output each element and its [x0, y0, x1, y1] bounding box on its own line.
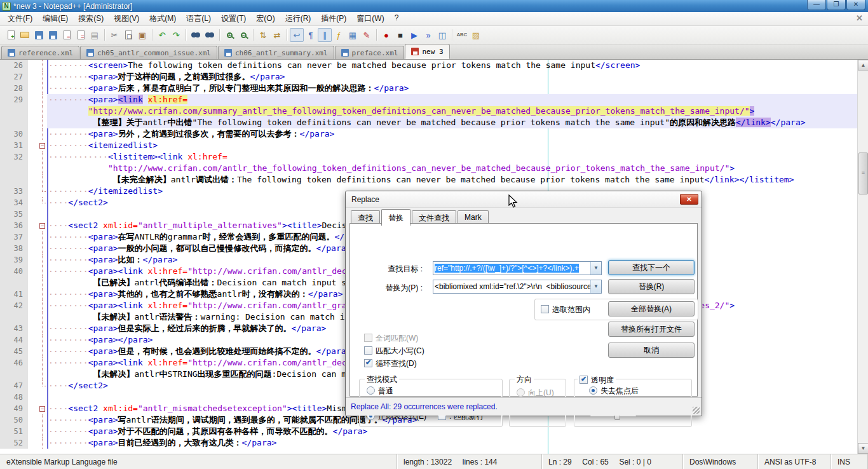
macro-save-icon[interactable]: ◫: [435, 28, 449, 42]
menu-item-1[interactable]: 编辑(E): [37, 12, 73, 25]
fold-margin[interactable]: [37, 163, 47, 174]
editor-line-28[interactable]: 28········<para>后来，算是有点明白了，所以专门整理出来其原因和一…: [0, 83, 857, 94]
menu-item-3[interactable]: 视图(V): [109, 12, 144, 25]
doc-monitor-icon[interactable]: ▨: [469, 28, 483, 42]
menu-item-7[interactable]: 宏(O): [251, 12, 280, 25]
fold-margin[interactable]: [37, 323, 47, 334]
menu-item-8[interactable]: 运行(R): [280, 12, 316, 25]
editor-line-29[interactable]: 29········<para><link xl:href=: [0, 94, 857, 105]
menu-item-10[interactable]: 窗口(W): [351, 12, 389, 25]
file-tab-ch06_antlr_summary.xml[interactable]: ch06_antlr_summary.xml: [218, 46, 334, 59]
menu-close-icon[interactable]: ✕: [856, 13, 863, 23]
new-file-icon[interactable]: +: [4, 28, 18, 42]
fold-margin[interactable]: [37, 174, 47, 186]
cut-icon[interactable]: ✂: [107, 28, 121, 42]
cancel-button[interactable]: 取消: [608, 343, 695, 358]
function-list-icon[interactable]: ƒ: [332, 28, 346, 42]
fold-margin[interactable]: [37, 437, 47, 449]
menu-item-2[interactable]: 搜索(S): [73, 12, 109, 25]
file-tab-new-3[interactable]: new 3: [405, 44, 449, 59]
fold-margin[interactable]: [37, 151, 47, 163]
tab-replace[interactable]: 替换: [381, 209, 410, 226]
sync-vertical-icon[interactable]: ⇅: [256, 28, 270, 42]
replace-all-button[interactable]: 全部替换(A): [608, 301, 695, 316]
title-bar[interactable]: N *new 3 - Notepad++ [Administrator] — ❐…: [0, 0, 868, 12]
fold-margin[interactable]: [37, 414, 47, 426]
fold-margin[interactable]: [37, 346, 47, 357]
menu-item-11[interactable]: ?: [390, 12, 404, 25]
transparency-checkbox[interactable]: 透明度: [578, 375, 616, 386]
status-encoding[interactable]: ANSI as UTF-8: [758, 454, 831, 469]
menu-item-4[interactable]: 格式(M): [144, 12, 181, 25]
close-all-icon[interactable]: =: [74, 28, 88, 42]
save-file-icon[interactable]: [32, 28, 46, 42]
in-selection-checkbox[interactable]: 选取范围内: [541, 304, 590, 315]
fold-margin[interactable]: [37, 357, 47, 369]
editor-line-wrap[interactable]: "http://www.crifan.com/summary_antlr_the…: [0, 105, 857, 117]
fold-margin[interactable]: [37, 83, 47, 94]
replace-with-combobox[interactable]: <bibliomixed xml:id="ref.\2">\r\n <bibli…: [433, 280, 602, 294]
edit-marker-icon[interactable]: ✎: [360, 28, 374, 42]
status-insert-mode[interactable]: INS: [831, 454, 868, 469]
macro-stop-icon[interactable]: ■: [393, 28, 407, 42]
redo-icon[interactable]: ↷: [169, 28, 183, 42]
fold-margin[interactable]: [37, 117, 47, 128]
scroll-up-icon[interactable]: ▲: [858, 60, 868, 71]
fold-margin[interactable]: [37, 391, 47, 403]
transparency-on-lose-focus-radio[interactable]: 失去焦点后: [589, 386, 639, 397]
save-all-icon[interactable]: [46, 28, 60, 42]
paste-icon[interactable]: ▣: [135, 28, 149, 42]
sync-horizontal-icon[interactable]: ⇄: [270, 28, 284, 42]
find-icon[interactable]: [189, 28, 203, 42]
fold-margin[interactable]: [37, 231, 47, 243]
editor-line-30[interactable]: 30········<para>另外，之前遇到过很多次，有需要的可以去参考：</…: [0, 128, 857, 140]
resize-grip[interactable]: [693, 407, 700, 414]
find-what-combobox[interactable]: ref="http://.+?/([\w_]+)/?">[^<>]+?</lin…: [433, 261, 602, 275]
find-replace-icon[interactable]: [203, 28, 217, 42]
macro-play-icon[interactable]: ▶: [407, 28, 421, 42]
scrollbar-thumb[interactable]: [858, 153, 868, 194]
replace-all-open-docs-button[interactable]: 替换所有打开文件: [608, 322, 695, 337]
menu-item-0[interactable]: 文件(F): [3, 12, 37, 25]
close-file-icon[interactable]: −: [60, 28, 74, 42]
vertical-scrollbar[interactable]: ▲ ▼: [857, 60, 868, 454]
macro-run-multiple-icon[interactable]: »: [421, 28, 435, 42]
zoom-in-icon[interactable]: +: [222, 28, 236, 42]
open-file-icon[interactable]: [18, 28, 32, 42]
copy-icon[interactable]: ❏: [121, 28, 135, 42]
file-tab-reference.xml[interactable]: reference.xml: [1, 46, 79, 59]
show-indent-guide-icon[interactable]: ∥: [318, 28, 332, 42]
zoom-out-icon[interactable]: −: [236, 28, 250, 42]
editor-line-wrap[interactable]: 【整理】关于antlr中出错"The following token defin…: [0, 117, 857, 128]
macro-record-icon[interactable]: ●: [379, 28, 393, 42]
fold-margin[interactable]: [37, 60, 47, 71]
replace-dialog-title[interactable]: Replace: [346, 191, 702, 208]
match-case-checkbox[interactable]: 匹配大小写(C): [364, 346, 424, 357]
editor-line-27[interactable]: 27········<para>对于这样的问题，之前遇到过很多。</para>: [0, 71, 857, 83]
restore-button[interactable]: ❐: [827, 0, 846, 10]
word-wrap-icon[interactable]: ↩: [290, 28, 304, 42]
fold-margin[interactable]: −: [37, 140, 47, 151]
replace-button[interactable]: 替换(R): [608, 279, 695, 294]
combo-dropdown-icon[interactable]: ▼: [590, 280, 601, 293]
menu-item-6[interactable]: 设置(T): [216, 12, 251, 25]
menu-item-5[interactable]: 语言(L): [181, 12, 216, 25]
fold-margin[interactable]: [37, 186, 47, 197]
fold-margin[interactable]: [37, 289, 47, 300]
scroll-down-icon[interactable]: ▼: [858, 443, 868, 454]
fold-margin[interactable]: [37, 71, 47, 83]
file-tab-preface.xml[interactable]: preface.xml: [335, 46, 405, 59]
fold-margin[interactable]: [37, 128, 47, 140]
editor-line-52[interactable]: 52········<para>目前已经遇到的，大致有这几类：</para>: [0, 437, 857, 449]
show-all-characters-icon[interactable]: ¶: [304, 28, 318, 42]
fold-margin[interactable]: [37, 380, 47, 391]
fold-margin[interactable]: −: [37, 220, 47, 231]
fold-margin[interactable]: [37, 254, 47, 266]
editor-line-wrap[interactable]: 【未完全解决】antlr调试出错：The following token def…: [0, 174, 857, 186]
fold-margin[interactable]: [37, 243, 47, 254]
editor-line-26[interactable]: 26········<screen>The following token de…: [0, 60, 857, 71]
search-mode-normal-radio[interactable]: 普通: [367, 386, 393, 397]
fold-margin[interactable]: [37, 369, 47, 380]
undo-icon[interactable]: ↶: [155, 28, 169, 42]
print-icon[interactable]: ▤: [88, 28, 102, 42]
